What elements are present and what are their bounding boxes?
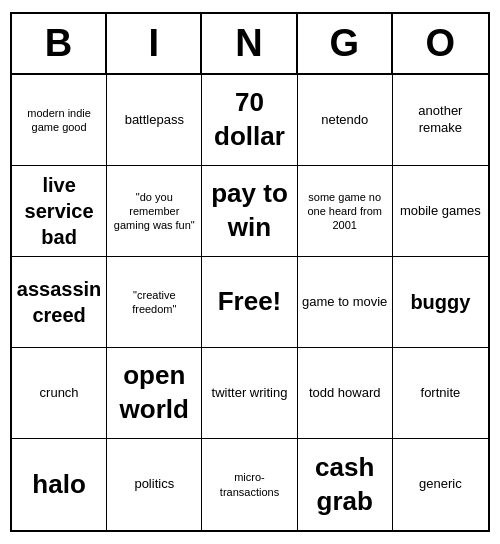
bingo-cell-3: netendo xyxy=(298,75,393,166)
bingo-cell-20: halo xyxy=(12,439,107,530)
bingo-cell-2: 70 dollar xyxy=(202,75,297,166)
bingo-card: BINGO modern indie game goodbattlepass70… xyxy=(10,12,490,532)
bingo-cell-6: "do you remember gaming was fun" xyxy=(107,166,202,257)
bingo-cell-15: crunch xyxy=(12,348,107,439)
bingo-cell-17: twitter writing xyxy=(202,348,297,439)
bingo-cell-10: assassin creed xyxy=(12,257,107,348)
bingo-cell-4: another remake xyxy=(393,75,488,166)
bingo-cell-0: modern indie game good xyxy=(12,75,107,166)
bingo-cell-14: buggy xyxy=(393,257,488,348)
bingo-cell-19: fortnite xyxy=(393,348,488,439)
bingo-cell-11: "creative freedom" xyxy=(107,257,202,348)
bingo-cell-13: game to movie xyxy=(298,257,393,348)
bingo-cell-9: mobile games xyxy=(393,166,488,257)
header-letter-b: B xyxy=(12,14,107,73)
bingo-cell-18: todd howard xyxy=(298,348,393,439)
bingo-cell-21: politics xyxy=(107,439,202,530)
bingo-cell-23: cash grab xyxy=(298,439,393,530)
bingo-cell-5: live service bad xyxy=(12,166,107,257)
bingo-cell-8: some game no one heard from 2001 xyxy=(298,166,393,257)
bingo-grid: modern indie game goodbattlepass70 dolla… xyxy=(12,75,488,530)
bingo-cell-12: Free! xyxy=(202,257,297,348)
bingo-cell-7: pay to win xyxy=(202,166,297,257)
header-letter-o: O xyxy=(393,14,488,73)
bingo-cell-22: micro-transactions xyxy=(202,439,297,530)
bingo-cell-16: open world xyxy=(107,348,202,439)
header-letter-n: N xyxy=(202,14,297,73)
bingo-cell-24: generic xyxy=(393,439,488,530)
header-letter-i: I xyxy=(107,14,202,73)
header-letter-g: G xyxy=(298,14,393,73)
bingo-header: BINGO xyxy=(12,14,488,75)
bingo-cell-1: battlepass xyxy=(107,75,202,166)
